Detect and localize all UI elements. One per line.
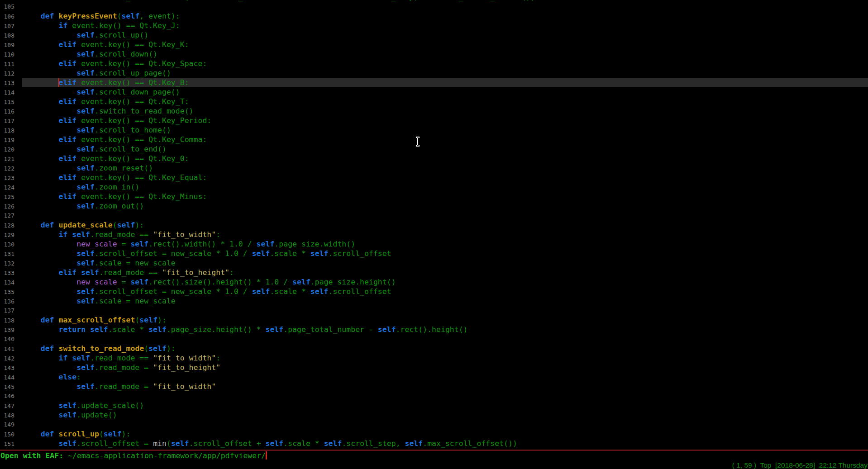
line-number: 117 — [0, 116, 14, 126]
line-number: 106 — [0, 12, 14, 21]
line-number: 118 — [0, 126, 14, 135]
minibuffer-input[interactable]: ~/emacs-application-framework/app/pdfvie… — [68, 451, 266, 460]
code-text: elif event.key() == Qt.Key_Comma: — [14, 135, 207, 144]
code-text: self.scroll_offset = new_scale * 1.0 / s… — [14, 249, 391, 258]
line-number: 125 — [0, 192, 14, 202]
code-text: self.scroll_down() — [14, 49, 157, 59]
line-number: 136 — [0, 297, 14, 306]
code-line: 118 self.scroll_to_home() — [0, 125, 868, 135]
line-number: 112 — [0, 69, 14, 78]
line-number: 151 — [0, 439, 14, 449]
code-line: 116 self.switch_to_read_mode() — [0, 106, 868, 116]
code-text: self.scroll_offset = new_scale * 1.0 / s… — [14, 287, 391, 296]
code-line: 105 — [0, 2, 868, 11]
line-number: 129 — [0, 230, 14, 240]
line-number: 140 — [0, 334, 14, 344]
code-text: def update_scale(self): — [14, 220, 144, 230]
code-text: self.zoom_out() — [14, 201, 144, 211]
code-text: self.zoom_in() — [14, 182, 139, 192]
code-line: 151 self.scroll_offset = min(self.scroll… — [0, 439, 868, 448]
line-number: 133 — [0, 268, 14, 278]
code-line: 114 self.scroll_down_page() — [0, 87, 868, 97]
code-text: self.scale = new_scale — [14, 296, 176, 306]
minibuffer-prompt: Open with EAF: — [0, 451, 68, 460]
line-number: 107 — [0, 21, 14, 31]
code-text: if self.read_mode == "fit_to_width": — [14, 353, 220, 363]
line-number: 108 — [0, 31, 14, 40]
code-text: elif event.key() == Qt.Key_Equal: — [14, 173, 207, 182]
code-line: 140 — [0, 334, 868, 344]
status-tray: ( 1, 59 ) Top [2018-06-28] 22:12 Thursda… — [732, 461, 868, 469]
line-number: 105 — [0, 2, 14, 11]
line-number: 143 — [0, 363, 14, 373]
line-number: 138 — [0, 316, 14, 325]
code-line: 149 — [0, 420, 868, 429]
line-number: 132 — [0, 259, 14, 268]
code-line: 139 return self.scale * self.page_size.h… — [0, 325, 868, 334]
code-text: self.scroll_up_page() — [14, 68, 171, 78]
line-number: 148 — [0, 411, 14, 420]
code-line: 106 def keyPressEvent(self, event): — [0, 11, 868, 21]
code-line: 133 elif self.read_mode == "fit_to_heigh… — [0, 268, 868, 277]
code-text: elif self.read_mode == "fit_to_height": — [14, 268, 234, 277]
code-text: elif event.key() == Qt.Key_Period: — [14, 116, 211, 125]
code-line: 144 else: — [0, 372, 868, 382]
code-text: self.scroll_to_end() — [14, 144, 167, 154]
code-line: 119 elif event.key() == Qt.Key_Comma: — [0, 135, 868, 144]
code-text: elif event.key() == Qt.Key_Minus: — [14, 192, 207, 201]
line-number: 114 — [0, 88, 14, 97]
code-text: elif event.key() == Qt.Key_K: — [14, 40, 189, 49]
code-text: self.switch_to_read_mode() — [14, 106, 194, 116]
code-line: 121 elif event.key() == Qt.Key_0: — [0, 154, 868, 163]
code-text: return self.scale * self.page_size.heigh… — [14, 325, 468, 334]
code-line: 109 elif event.key() == Qt.Key_K: — [0, 40, 868, 49]
code-line: 150 def scroll_up(self): — [0, 429, 868, 439]
code-line: 131 self.scroll_offset = new_scale * 1.0… — [0, 249, 868, 258]
line-number: 135 — [0, 287, 14, 297]
code-text: elif event.key() == Qt.Key_0: — [14, 154, 189, 163]
code-line: 110 self.scroll_down() — [0, 49, 868, 59]
code-text: self.read_mode = "fit_to_height" — [14, 363, 220, 372]
code-line: 145 self.read_mode = "fit_to_width" — [0, 382, 868, 391]
code-line: 128 def update_scale(self): — [0, 220, 868, 230]
code-text: if self.read_mode == "fit_to_width": — [14, 230, 220, 239]
code-text: self.scroll_to_home() — [14, 125, 171, 135]
code-text: self.scroll_offset = min(self.scroll_off… — [14, 0, 535, 2]
code-text: def scroll_up(self): — [14, 429, 130, 439]
code-text: self.zoom_reset() — [14, 163, 153, 173]
code-buffer[interactable]: self.scroll_offset = min(self.scroll_off… — [0, 0, 868, 448]
code-line: 107 if event.key() == Qt.Key_J: — [0, 21, 868, 30]
line-number: 115 — [0, 97, 14, 107]
line-number: 116 — [0, 107, 14, 116]
line-number: 123 — [0, 173, 14, 183]
line-number: 126 — [0, 202, 14, 211]
code-line: 146 — [0, 391, 868, 401]
minibuffer[interactable]: Open with EAF: ~/emacs-application-frame… — [0, 451, 267, 460]
code-line: 123 elif event.key() == Qt.Key_Equal: — [0, 173, 868, 182]
code-line: 129 if self.read_mode == "fit_to_width": — [0, 230, 868, 239]
code-line: 138 def max_scroll_offset(self): — [0, 315, 868, 325]
line-number: 109 — [0, 40, 14, 50]
line-number: 141 — [0, 344, 14, 354]
code-text: self.update() — [14, 410, 117, 420]
code-text: if event.key() == Qt.Key_J: — [14, 21, 180, 30]
code-line: 137 — [0, 306, 868, 315]
code-line: 111 elif event.key() == Qt.Key_Space: — [0, 59, 868, 68]
line-number: 131 — [0, 249, 14, 259]
line-number: 145 — [0, 382, 14, 392]
mouse-ibeam-cursor — [415, 136, 421, 150]
code-text: def switch_to_read_mode(self): — [14, 344, 176, 353]
code-line: 142 if self.read_mode == "fit_to_width": — [0, 353, 868, 363]
code-line: 115 elif event.key() == Qt.Key_T: — [0, 97, 868, 106]
code-line: 108 self.scroll_up() — [0, 30, 868, 40]
code-line: 141 def switch_to_read_mode(self): — [0, 344, 868, 353]
line-number: 137 — [0, 306, 14, 315]
code-text: def max_scroll_offset(self): — [14, 315, 167, 325]
line-number: 130 — [0, 240, 14, 249]
code-line: 112 self.scroll_up_page() — [0, 68, 868, 78]
code-line: 124 self.zoom_in() — [0, 182, 868, 192]
line-number: 147 — [0, 401, 14, 411]
minibuffer-cursor — [266, 451, 267, 460]
code-line: 132 self.scale = new_scale — [0, 258, 868, 268]
code-line: 130 new_scale = self.rect().width() * 1.… — [0, 239, 868, 249]
